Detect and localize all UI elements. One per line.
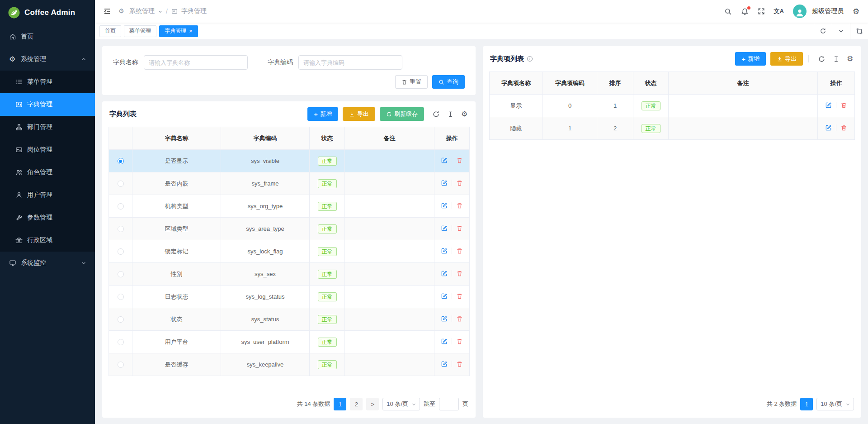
edit-icon[interactable] [441,361,448,367]
dict-table-row[interactable]: 是否显示 sys_visible 正常 [109,150,470,172]
dict-table-row[interactable]: 性别 sys_sex 正常 [109,263,470,286]
delete-icon[interactable] [456,202,463,209]
page-button-1[interactable]: 1 [800,398,813,410]
delete-icon[interactable] [456,180,463,186]
delete-icon[interactable] [456,361,463,367]
delete-icon[interactable] [840,124,847,131]
dict-table-row[interactable]: 区域类型 sys_area_type 正常 [109,218,470,240]
page-size-select[interactable]: 10 条/页 [816,398,854,410]
delete-icon[interactable] [840,102,847,109]
delete-icon[interactable] [456,338,463,345]
row-radio[interactable] [118,316,124,323]
row-radio[interactable] [118,203,124,210]
row-height-icon[interactable] [833,56,840,62]
dict-table-row[interactable]: 是否内嵌 sys_frame 正常 [109,172,470,195]
reset-button[interactable]: 重置 [395,75,428,89]
row-radio[interactable] [118,181,124,187]
action-divider [452,338,452,344]
sidebar-item-region-mgmt[interactable]: 行政区域 [0,229,95,252]
sidebar-item-dept-mgmt[interactable]: 部门管理 [0,116,95,138]
edit-icon[interactable] [441,315,448,322]
sidebar-item-role-mgmt[interactable]: 角色管理 [0,161,95,184]
tab-menu-chevron-icon[interactable] [832,23,850,39]
dict-table-row[interactable]: 用户平台 sys_user_platform 正常 [109,331,470,353]
delete-icon[interactable] [456,225,463,232]
remark-cell [345,240,434,263]
refresh-table-icon[interactable] [818,55,826,63]
edit-icon[interactable] [441,338,448,345]
page-content: 字典名称 字典编码 重置 [95,40,868,424]
edit-icon[interactable] [441,225,448,232]
delete-icon[interactable] [456,270,463,277]
delete-icon[interactable] [456,293,463,300]
edit-icon[interactable] [441,180,448,186]
export-dict-button[interactable]: 导出 [343,107,375,121]
row-radio[interactable] [118,339,124,345]
query-button[interactable]: 查询 [432,75,465,89]
edit-icon[interactable] [441,293,448,300]
search-icon[interactable] [724,8,732,15]
table-settings-gear-icon[interactable]: ⚙ [847,55,854,62]
row-radio[interactable] [118,226,124,232]
dict-table-row[interactable]: 是否缓存 sys_keepalive 正常 [109,353,470,376]
sidebar-item-system[interactable]: ⚙ 系统管理 [0,48,95,71]
chevron-down-icon [412,402,416,406]
status-badge: 正常 [318,270,337,279]
table-settings-gear-icon[interactable]: ⚙ [461,110,468,118]
edit-icon[interactable] [825,102,832,109]
refresh-table-icon[interactable] [432,110,440,118]
dict-table-row[interactable]: 日志状态 sys_log_status 正常 [109,286,470,308]
tab-menu-mgmt[interactable]: 菜单管理 [124,25,156,37]
edit-icon[interactable] [441,270,448,277]
row-height-icon[interactable] [447,111,454,118]
refresh-page-icon[interactable] [814,23,832,39]
dict-item-row[interactable]: 显示 0 1 正常 [490,95,855,117]
sidebar-item-menu-mgmt[interactable]: 菜单管理 [0,71,95,93]
delete-icon[interactable] [456,248,463,254]
sidebar-item-home[interactable]: 首页 [0,25,95,48]
page-button-1[interactable]: 1 [334,398,346,410]
page-button-2[interactable]: 2 [350,398,363,410]
sidebar-item-monitor[interactable]: 系统监控 [0,252,95,274]
row-radio[interactable] [118,294,124,300]
row-radio[interactable] [118,248,124,255]
tab-home[interactable]: 首页 [99,25,121,37]
sidebar-item-user-mgmt[interactable]: 用户管理 [0,184,95,206]
row-radio[interactable] [118,362,124,368]
collapse-sidebar-icon[interactable] [103,7,111,15]
dict-table-row[interactable]: 机构类型 sys_org_type 正常 [109,195,470,218]
sidebar-item-dict-mgmt[interactable]: 字典管理 [0,93,95,116]
row-radio[interactable] [118,158,124,164]
translate-icon[interactable]: 文A [774,7,784,15]
breadcrumb-level1[interactable]: 系统管理 [129,7,155,15]
jump-page-input[interactable] [439,398,459,410]
delete-icon[interactable] [456,315,463,322]
edit-icon[interactable] [441,157,448,164]
avatar[interactable] [793,5,807,18]
fullscreen-icon[interactable] [758,8,765,15]
dict-name-input[interactable] [144,55,248,70]
tab-dict-mgmt[interactable]: 字典管理 × [159,25,198,37]
settings-gear-icon[interactable]: ⚙ [853,8,860,15]
notification-bell-icon[interactable] [741,8,749,15]
close-tab-icon[interactable]: × [189,28,193,34]
edit-icon[interactable] [825,124,832,131]
maximize-content-icon[interactable] [850,23,868,39]
delete-icon[interactable] [456,157,463,164]
dict-table-row[interactable]: 锁定标记 sys_lock_flag 正常 [109,240,470,263]
next-page-button[interactable]: > [366,398,379,410]
refresh-cache-button[interactable]: 刷新缓存 [380,107,424,121]
dict-item-row[interactable]: 隐藏 1 2 正常 [490,117,855,140]
dict-table-row[interactable]: 状态 sys_status 正常 [109,308,470,331]
edit-icon[interactable] [441,202,448,209]
edit-icon[interactable] [441,248,448,254]
export-dict-item-button[interactable]: 导出 [770,52,803,66]
dict-code-input[interactable] [298,55,402,70]
current-username[interactable]: 超级管理员 [812,7,844,15]
add-dict-item-button[interactable]: + 新增 [735,52,766,66]
add-dict-button[interactable]: + 新增 [307,107,338,121]
sidebar-item-post-mgmt[interactable]: 岗位管理 [0,138,95,161]
sidebar-item-param-mgmt[interactable]: 参数管理 [0,206,95,229]
page-size-select[interactable]: 10 条/页 [382,398,420,410]
row-radio[interactable] [118,271,124,277]
